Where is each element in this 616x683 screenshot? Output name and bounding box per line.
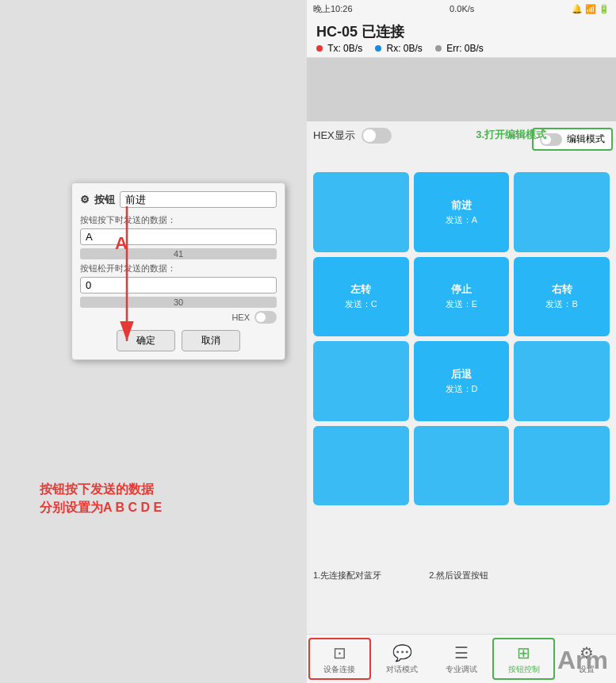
ctrl-btn-empty-4[interactable]	[514, 341, 610, 421]
pro-debug-icon: ☰	[454, 643, 469, 662]
phone-panel: 晚上10:26 0.0K/s 🔔 📶 🔋 HC-05 已连接 Tx: 0B/s …	[307, 0, 616, 683]
edit-mode-label: 编辑模式	[567, 132, 605, 146]
cancel-button[interactable]: 取消	[182, 330, 240, 351]
ctrl-btn-left[interactable]: 左转 发送：C	[313, 257, 409, 337]
rx-status: Rx: 0B/s	[375, 43, 423, 54]
press-data-row	[80, 228, 277, 245]
press-data-badge: 41	[80, 248, 277, 259]
control-grid: 前进 发送：A 左转 发送：C 停止 发送：E 右转 发送：B 后退 发送：D	[313, 172, 610, 505]
hex-label: HEX显示	[313, 129, 355, 143]
ctrl-btn-empty-7[interactable]	[514, 426, 610, 506]
dialog-hex-toggle[interactable]	[254, 311, 277, 324]
nav-btn-control[interactable]: ⊞ 按钮控制	[492, 638, 555, 680]
status-bar: 晚上10:26 0.0K/s 🔔 📶 🔋	[307, 0, 616, 17]
button-name-input[interactable]	[120, 191, 277, 208]
btn-control-icon: ⊞	[517, 643, 530, 662]
dialog-buttons: 确定 取消	[80, 330, 277, 351]
dialog-header: ⚙ 按钮	[80, 191, 277, 208]
ctrl-btn-empty-5[interactable]	[313, 426, 409, 506]
step3-label: 3.打开编辑模式	[476, 128, 546, 142]
tx-status: Tx: 0B/s	[316, 43, 362, 54]
back-label: 后退	[451, 367, 472, 382]
dialog-hex-row: HEX	[80, 311, 277, 324]
ctrl-btn-empty-1[interactable]	[313, 172, 409, 252]
btn-control-label: 按钮控制	[508, 664, 540, 675]
release-data-row	[80, 277, 277, 294]
button-config-dialog: ⚙ 按钮 按钮按下时发送的数据： 41 按钮松开时发送的数据： 30 HEX 确…	[71, 182, 285, 360]
annotation-text: 按钮按下发送的数据 分别设置为A B C D E	[40, 481, 162, 516]
step2-label: 2.然后设置按钮	[429, 570, 488, 581]
back-sub: 发送：D	[446, 383, 478, 395]
connection-status: Tx: 0B/s Rx: 0B/s Err: 0B/s	[316, 43, 606, 54]
stop-sub: 发送：E	[446, 298, 477, 310]
content-area	[307, 58, 616, 121]
ctrl-btn-back[interactable]: 后退 发送：D	[414, 341, 510, 421]
status-time: 晚上10:26	[313, 3, 353, 15]
confirm-button[interactable]: 确定	[117, 330, 175, 351]
hex-toggle[interactable]	[362, 128, 392, 144]
arm-label: Arm	[557, 646, 608, 675]
device-connect-icon: ⊡	[333, 643, 346, 662]
left-sub: 发送：C	[345, 298, 377, 310]
connection-title: HC-05 已连接	[316, 22, 606, 41]
device-connect-label: 设备连接	[323, 664, 355, 675]
right-sub: 发送：B	[545, 298, 577, 310]
phone-main: 3.打开编辑模式 HEX显示 编辑模式 前进 发送：A 左转 发送：C	[307, 121, 616, 634]
ctrl-btn-stop[interactable]: 停止 发送：E	[414, 257, 510, 337]
phone-header: HC-05 已连接 Tx: 0B/s Rx: 0B/s Err: 0B/s	[307, 17, 616, 58]
pro-debug-label: 专业调试	[446, 664, 477, 675]
forward-label: 前进	[451, 198, 472, 213]
press-data-input[interactable]	[80, 228, 277, 245]
nav-dialog-mode[interactable]: 💬 对话模式	[373, 635, 432, 683]
instructions: 1.先连接配对蓝牙 2.然后设置按钮	[313, 570, 488, 581]
status-icons: 🔔 📶 🔋	[572, 4, 610, 14]
nav-pro-debug[interactable]: ☰ 专业调试	[432, 635, 492, 683]
tx-dot	[316, 45, 323, 52]
ctrl-btn-right[interactable]: 右转 发送：B	[514, 257, 610, 337]
dialog-hex-label: HEX	[231, 313, 250, 322]
forward-sub: 发送：A	[446, 214, 477, 226]
gear-icon: ⚙	[80, 194, 90, 205]
dialog-title: 按钮	[94, 193, 115, 207]
ctrl-btn-forward[interactable]: 前进 发送：A	[414, 172, 510, 252]
release-data-label: 按钮松开时发送的数据：	[80, 263, 277, 274]
ctrl-btn-empty-3[interactable]	[313, 341, 409, 421]
annotation-a: A	[115, 233, 128, 254]
status-speed: 0.0K/s	[450, 4, 474, 13]
rx-dot	[375, 45, 381, 52]
err-dot	[435, 45, 442, 52]
right-label: 右转	[552, 282, 572, 297]
step1-label: 1.先连接配对蓝牙	[313, 570, 381, 581]
dialog-mode-label: 对话模式	[386, 664, 418, 675]
ctrl-btn-empty-6[interactable]	[414, 426, 510, 506]
dialog-mode-icon: 💬	[392, 643, 412, 662]
press-data-label: 按钮按下时发送的数据：	[80, 214, 277, 226]
left-label: 左转	[350, 282, 371, 297]
err-status: Err: 0B/s	[435, 43, 484, 54]
release-data-input[interactable]	[80, 277, 277, 294]
ctrl-btn-empty-2[interactable]	[514, 172, 610, 252]
release-data-badge: 30	[80, 297, 277, 308]
nav-device-connect[interactable]: ⊡ 设备连接	[308, 638, 371, 680]
stop-label: 停止	[451, 282, 472, 297]
